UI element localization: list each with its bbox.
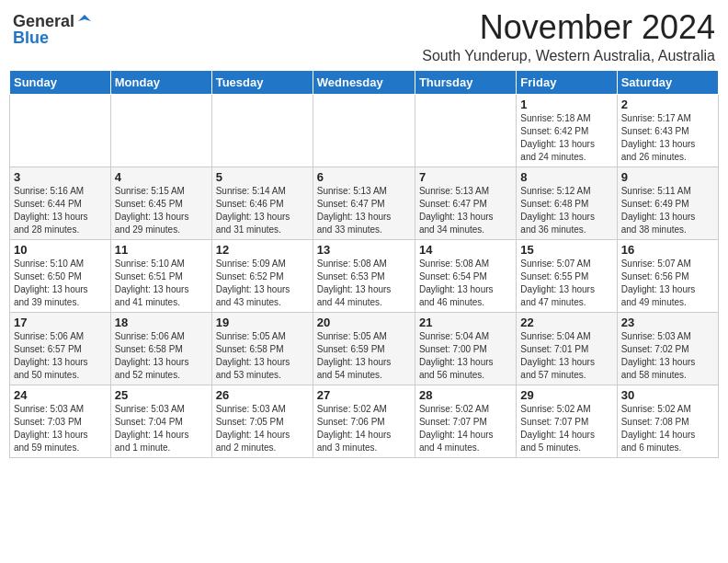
day-info: Sunrise: 5:03 AM Sunset: 7:04 PM Dayligh… (115, 403, 208, 454)
day-number: 4 (115, 170, 208, 184)
day-info: Sunrise: 5:07 AM Sunset: 6:55 PM Dayligh… (520, 258, 612, 309)
day-number: 7 (419, 170, 512, 184)
calendar-week-row: 1Sunrise: 5:18 AM Sunset: 6:42 PM Daylig… (10, 94, 719, 167)
calendar-cell: 13Sunrise: 5:08 AM Sunset: 6:53 PM Dayli… (313, 239, 415, 312)
calendar-cell: 5Sunrise: 5:14 AM Sunset: 6:46 PM Daylig… (211, 167, 313, 239)
day-info: Sunrise: 5:10 AM Sunset: 6:50 PM Dayligh… (14, 258, 107, 309)
day-info: Sunrise: 5:16 AM Sunset: 6:44 PM Dayligh… (14, 185, 107, 236)
calendar-cell: 11Sunrise: 5:10 AM Sunset: 6:51 PM Dayli… (110, 239, 211, 312)
day-info: Sunrise: 5:02 AM Sunset: 7:07 PM Dayligh… (419, 403, 512, 454)
calendar-cell: 6Sunrise: 5:13 AM Sunset: 6:47 PM Daylig… (313, 167, 415, 239)
calendar-cell (211, 94, 313, 167)
location-subtitle: South Yunderup, Western Australia, Austr… (422, 48, 715, 64)
day-number: 19 (216, 316, 309, 329)
calendar-cell: 15Sunrise: 5:07 AM Sunset: 6:55 PM Dayli… (517, 239, 617, 312)
day-info: Sunrise: 5:12 AM Sunset: 6:48 PM Dayligh… (520, 185, 612, 236)
day-number: 11 (115, 243, 208, 257)
day-number: 2 (621, 98, 714, 111)
day-number: 3 (14, 170, 107, 184)
day-number: 21 (419, 316, 512, 329)
day-info: Sunrise: 5:03 AM Sunset: 7:05 PM Dayligh… (216, 403, 309, 454)
day-info: Sunrise: 5:08 AM Sunset: 6:53 PM Dayligh… (317, 258, 411, 309)
day-number: 28 (419, 388, 512, 402)
day-number: 15 (520, 243, 612, 257)
day-info: Sunrise: 5:07 AM Sunset: 6:56 PM Dayligh… (621, 258, 714, 309)
calendar-cell: 25Sunrise: 5:03 AM Sunset: 7:04 PM Dayli… (110, 385, 211, 457)
day-info: Sunrise: 5:10 AM Sunset: 6:51 PM Dayligh… (115, 258, 208, 309)
calendar-cell: 20Sunrise: 5:05 AM Sunset: 6:59 PM Dayli… (313, 312, 415, 385)
calendar-cell: 26Sunrise: 5:03 AM Sunset: 7:05 PM Dayli… (211, 385, 313, 457)
day-number: 9 (621, 170, 714, 184)
calendar-cell: 21Sunrise: 5:04 AM Sunset: 7:00 PM Dayli… (415, 312, 516, 385)
day-number: 6 (317, 170, 411, 184)
calendar-cell: 2Sunrise: 5:17 AM Sunset: 6:43 PM Daylig… (617, 94, 718, 167)
month-title: November 2024 (422, 9, 715, 46)
day-info: Sunrise: 5:04 AM Sunset: 7:00 PM Dayligh… (419, 330, 512, 382)
day-number: 17 (14, 316, 107, 329)
calendar-header-sunday: Sunday (10, 70, 111, 94)
calendar-header-monday: Monday (110, 70, 211, 94)
day-info: Sunrise: 5:17 AM Sunset: 6:43 PM Dayligh… (621, 112, 714, 164)
calendar-week-row: 10Sunrise: 5:10 AM Sunset: 6:50 PM Dayli… (10, 239, 719, 312)
calendar-header-tuesday: Tuesday (211, 70, 313, 94)
calendar-cell: 27Sunrise: 5:02 AM Sunset: 7:06 PM Dayli… (313, 385, 415, 457)
calendar-cell: 23Sunrise: 5:03 AM Sunset: 7:02 PM Dayli… (617, 312, 718, 385)
day-number: 25 (115, 388, 208, 402)
day-info: Sunrise: 5:13 AM Sunset: 6:47 PM Dayligh… (419, 185, 512, 236)
calendar-cell: 1Sunrise: 5:18 AM Sunset: 6:42 PM Daylig… (517, 94, 617, 167)
calendar-cell: 17Sunrise: 5:06 AM Sunset: 6:57 PM Dayli… (10, 312, 111, 385)
day-info: Sunrise: 5:03 AM Sunset: 7:02 PM Dayligh… (621, 330, 714, 382)
calendar-cell: 29Sunrise: 5:02 AM Sunset: 7:07 PM Dayli… (517, 385, 617, 457)
day-number: 27 (317, 388, 411, 402)
day-number: 30 (621, 388, 714, 402)
calendar-header-thursday: Thursday (415, 70, 516, 94)
calendar-week-row: 24Sunrise: 5:03 AM Sunset: 7:03 PM Dayli… (10, 385, 719, 457)
calendar-cell: 10Sunrise: 5:10 AM Sunset: 6:50 PM Dayli… (10, 239, 111, 312)
day-info: Sunrise: 5:04 AM Sunset: 7:01 PM Dayligh… (520, 330, 612, 382)
calendar-header-row: SundayMondayTuesdayWednesdayThursdayFrid… (10, 70, 719, 94)
logo: General Blue (13, 9, 93, 46)
day-info: Sunrise: 5:02 AM Sunset: 7:08 PM Dayligh… (621, 403, 714, 454)
calendar-week-row: 17Sunrise: 5:06 AM Sunset: 6:57 PM Dayli… (10, 312, 719, 385)
day-info: Sunrise: 5:02 AM Sunset: 7:06 PM Dayligh… (317, 403, 411, 454)
day-number: 24 (14, 388, 107, 402)
calendar-cell: 7Sunrise: 5:13 AM Sunset: 6:47 PM Daylig… (415, 167, 516, 239)
calendar-cell: 9Sunrise: 5:11 AM Sunset: 6:49 PM Daylig… (617, 167, 718, 239)
day-info: Sunrise: 5:09 AM Sunset: 6:52 PM Dayligh… (216, 258, 309, 309)
day-info: Sunrise: 5:02 AM Sunset: 7:07 PM Dayligh… (520, 403, 612, 454)
logo-general-text: General (13, 13, 74, 29)
day-number: 14 (419, 243, 512, 257)
day-number: 1 (520, 98, 612, 111)
calendar-cell (415, 94, 516, 167)
day-info: Sunrise: 5:03 AM Sunset: 7:03 PM Dayligh… (14, 403, 107, 454)
calendar-header-saturday: Saturday (617, 70, 718, 94)
calendar-cell: 16Sunrise: 5:07 AM Sunset: 6:56 PM Dayli… (617, 239, 718, 312)
day-info: Sunrise: 5:15 AM Sunset: 6:45 PM Dayligh… (115, 185, 208, 236)
calendar-cell: 24Sunrise: 5:03 AM Sunset: 7:03 PM Dayli… (10, 385, 111, 457)
calendar-cell: 28Sunrise: 5:02 AM Sunset: 7:07 PM Dayli… (415, 385, 516, 457)
calendar-week-row: 3Sunrise: 5:16 AM Sunset: 6:44 PM Daylig… (10, 167, 719, 239)
calendar-cell: 30Sunrise: 5:02 AM Sunset: 7:08 PM Dayli… (617, 385, 718, 457)
day-info: Sunrise: 5:11 AM Sunset: 6:49 PM Dayligh… (621, 185, 714, 236)
logo-blue-text: Blue (13, 29, 49, 46)
day-info: Sunrise: 5:05 AM Sunset: 6:59 PM Dayligh… (317, 330, 411, 382)
calendar-cell: 14Sunrise: 5:08 AM Sunset: 6:54 PM Dayli… (415, 239, 516, 312)
day-number: 16 (621, 243, 714, 257)
calendar-cell: 22Sunrise: 5:04 AM Sunset: 7:01 PM Dayli… (517, 312, 617, 385)
calendar-cell: 3Sunrise: 5:16 AM Sunset: 6:44 PM Daylig… (10, 167, 111, 239)
calendar-cell (110, 94, 211, 167)
calendar-cell: 8Sunrise: 5:12 AM Sunset: 6:48 PM Daylig… (517, 167, 617, 239)
calendar-cell: 19Sunrise: 5:05 AM Sunset: 6:58 PM Dayli… (211, 312, 313, 385)
day-info: Sunrise: 5:18 AM Sunset: 6:42 PM Dayligh… (520, 112, 612, 164)
day-info: Sunrise: 5:06 AM Sunset: 6:57 PM Dayligh… (14, 330, 107, 382)
day-info: Sunrise: 5:05 AM Sunset: 6:58 PM Dayligh… (216, 330, 309, 382)
calendar-header-wednesday: Wednesday (313, 70, 415, 94)
calendar-cell: 18Sunrise: 5:06 AM Sunset: 6:58 PM Dayli… (110, 312, 211, 385)
logo-flag-icon (76, 13, 93, 29)
day-info: Sunrise: 5:13 AM Sunset: 6:47 PM Dayligh… (317, 185, 411, 236)
svg-marker-0 (78, 15, 91, 21)
day-info: Sunrise: 5:08 AM Sunset: 6:54 PM Dayligh… (419, 258, 512, 309)
day-number: 13 (317, 243, 411, 257)
day-info: Sunrise: 5:06 AM Sunset: 6:58 PM Dayligh… (115, 330, 208, 382)
page-header: General Blue November 2024 South Yunderu… (9, 9, 719, 64)
